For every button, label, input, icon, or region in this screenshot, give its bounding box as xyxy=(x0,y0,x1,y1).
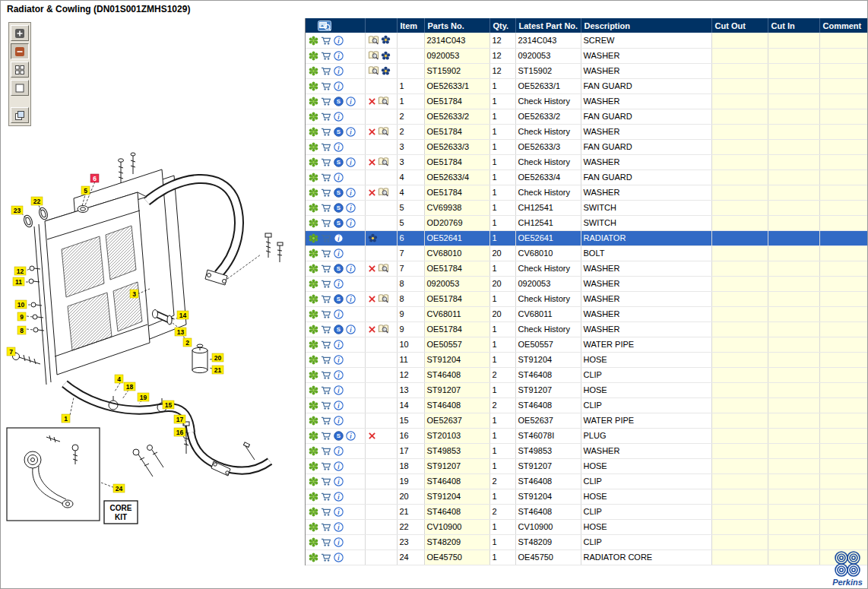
table-row[interactable]: i10OE505571OE50557WATER PIPE xyxy=(306,337,868,352)
add-to-cart-icon[interactable] xyxy=(321,218,331,228)
callout-4[interactable]: 4 xyxy=(115,375,123,383)
row-settings-icon[interactable] xyxy=(309,81,318,91)
zoom-in-button[interactable] xyxy=(11,25,29,41)
add-to-cart-icon[interactable] xyxy=(321,157,331,167)
check-history-icon[interactable] xyxy=(378,293,389,304)
info-icon[interactable]: i xyxy=(346,203,356,213)
table-row[interactable]: Si4OE517841Check HistoryWASHER xyxy=(306,185,868,200)
table-row[interactable]: i4OE52633/41OE52633/4FAN GUARD xyxy=(306,169,868,185)
add-to-cart-icon[interactable] xyxy=(321,142,331,152)
info-icon[interactable]: i xyxy=(334,309,344,319)
add-to-cart-icon[interactable] xyxy=(321,309,331,319)
add-to-cart-icon[interactable] xyxy=(321,370,331,380)
add-to-cart-icon[interactable] xyxy=(321,385,331,395)
add-to-cart-icon[interactable] xyxy=(321,325,331,334)
add-to-cart-icon[interactable] xyxy=(321,477,331,486)
callout-6[interactable]: 6 xyxy=(90,174,99,182)
info-icon[interactable]: i xyxy=(334,279,344,289)
row-settings-icon[interactable] xyxy=(309,537,318,547)
table-row[interactable]: i21ST464082ST46408CLIP xyxy=(306,504,868,519)
add-to-cart-icon[interactable] xyxy=(321,249,331,258)
callout-24[interactable]: 24 xyxy=(113,484,125,492)
add-to-cart-icon[interactable] xyxy=(321,264,331,274)
layers-button[interactable] xyxy=(11,107,29,123)
row-settings-icon[interactable] xyxy=(309,370,318,380)
check-history-icon[interactable] xyxy=(378,157,389,167)
add-to-cart-icon[interactable] xyxy=(321,233,331,243)
service-part-icon[interactable]: S xyxy=(334,188,344,198)
row-settings-icon[interactable] xyxy=(309,325,318,334)
add-to-cart-icon[interactable] xyxy=(321,553,331,562)
info-icon[interactable]: i xyxy=(334,233,344,243)
service-part-icon[interactable]: S xyxy=(334,325,344,334)
table-row[interactable]: Si16ST201031ST46078IPLUG xyxy=(306,428,868,443)
add-to-cart-icon[interactable] xyxy=(321,537,331,547)
add-to-cart-icon[interactable] xyxy=(321,51,331,61)
row-settings-icon[interactable] xyxy=(309,492,318,502)
callout-15[interactable]: 15 xyxy=(163,401,174,409)
row-settings-icon[interactable] xyxy=(309,203,318,213)
add-to-cart-icon[interactable] xyxy=(321,81,331,91)
info-icon[interactable]: i xyxy=(346,157,356,167)
table-row[interactable]: i6OE526411OE52641RADIATOR xyxy=(306,230,868,245)
row-settings-icon[interactable] xyxy=(309,112,318,122)
row-settings-icon[interactable] xyxy=(309,279,318,289)
callout-23[interactable]: 23 xyxy=(11,206,23,214)
add-to-cart-icon[interactable] xyxy=(321,173,331,182)
row-settings-icon[interactable] xyxy=(309,188,318,198)
info-icon[interactable]: i xyxy=(334,51,344,61)
info-icon[interactable]: i xyxy=(334,492,344,502)
info-icon[interactable]: i xyxy=(346,127,356,137)
table-row[interactable]: i2OE52633/21OE52633/2FAN GUARD xyxy=(306,109,868,124)
add-to-cart-icon[interactable] xyxy=(321,492,331,502)
service-part-icon[interactable]: S xyxy=(334,203,344,213)
info-icon[interactable]: i xyxy=(334,340,344,350)
row-settings-icon[interactable] xyxy=(309,218,318,228)
table-row[interactable]: i19ST464082ST46408CLIP xyxy=(306,473,868,489)
add-to-cart-icon[interactable] xyxy=(321,279,331,289)
check-history-icon[interactable] xyxy=(378,126,389,137)
callout-17[interactable]: 17 xyxy=(174,415,185,423)
info-icon[interactable]: i xyxy=(334,385,344,395)
info-icon[interactable]: i xyxy=(334,112,344,122)
row-settings-icon[interactable] xyxy=(309,142,318,152)
row-settings-icon[interactable] xyxy=(309,431,318,441)
add-to-cart-icon[interactable] xyxy=(321,340,331,350)
row-settings-icon[interactable] xyxy=(309,97,318,106)
table-row[interactable]: Si5CV699381CH12541SWITCH xyxy=(306,200,868,215)
info-icon[interactable]: i xyxy=(334,553,344,562)
row-settings-icon[interactable] xyxy=(309,233,318,243)
table-row[interactable]: Si7OE517841Check HistoryWASHER xyxy=(306,261,868,276)
info-icon[interactable]: i xyxy=(334,370,344,380)
callout-11[interactable]: 11 xyxy=(13,277,24,286)
check-history-icon[interactable] xyxy=(378,263,389,274)
info-icon[interactable]: i xyxy=(334,461,344,471)
info-icon[interactable]: i xyxy=(346,325,356,334)
add-to-cart-icon[interactable] xyxy=(321,401,331,410)
info-icon[interactable]: i xyxy=(334,537,344,547)
row-settings-icon[interactable] xyxy=(309,416,318,426)
table-row[interactable]: i22CV109001CV10900HOSE xyxy=(306,519,868,534)
row-settings-icon[interactable] xyxy=(309,127,318,137)
add-to-cart-icon[interactable] xyxy=(321,461,331,471)
add-to-cart-icon[interactable] xyxy=(321,446,331,456)
info-icon[interactable]: i xyxy=(334,416,344,426)
row-settings-icon[interactable] xyxy=(309,507,318,517)
table-row[interactable]: i15OE526371OE52637WATER PIPE xyxy=(306,413,868,428)
callout-18[interactable]: 18 xyxy=(124,382,135,391)
row-settings-icon[interactable] xyxy=(309,157,318,167)
callout-1[interactable]: 1 xyxy=(62,414,70,423)
callout-5[interactable]: 5 xyxy=(81,186,90,195)
add-to-cart-icon[interactable] xyxy=(321,431,331,441)
check-history-icon[interactable] xyxy=(368,50,379,61)
callout-19[interactable]: 19 xyxy=(138,393,149,401)
table-row[interactable]: i17ST498531ST49853WASHER xyxy=(306,443,868,458)
service-part-icon[interactable]: S xyxy=(334,97,344,106)
row-settings-icon[interactable] xyxy=(309,264,318,274)
add-to-cart-icon[interactable] xyxy=(321,36,331,46)
table-row[interactable]: i7CV6801020CV68010BOLT xyxy=(306,245,868,261)
callout-10[interactable]: 10 xyxy=(15,300,27,309)
add-to-cart-icon[interactable] xyxy=(321,416,331,426)
single-view-button[interactable] xyxy=(11,80,29,96)
callout-16[interactable]: 16 xyxy=(174,428,185,436)
